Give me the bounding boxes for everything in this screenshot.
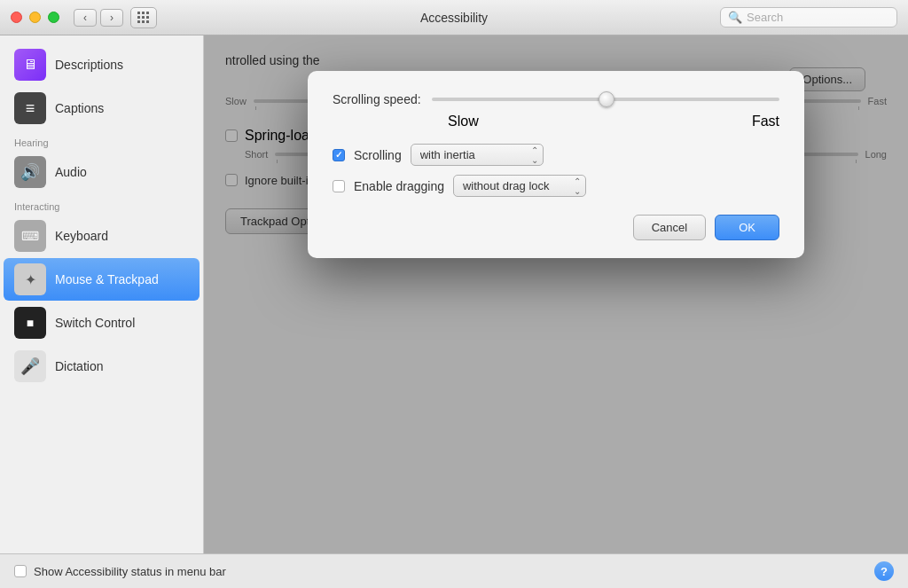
modal-scrolling-select-wrap: with inertia without inertia ⌃⌄ [411,144,544,166]
modal-scrolling-select[interactable]: with inertia without inertia [411,144,544,166]
close-button[interactable] [11,12,22,23]
sidebar-item-descriptions[interactable]: 🖥 Descriptions [4,43,200,86]
modal-scrolling-checkbox[interactable] [333,149,345,161]
sidebar: 🖥 Descriptions ≡ Captions Hearing 🔊 Audi… [0,35,204,553]
modal-overlay: Scrolling speed: Slow Fast Scrolling wit [204,35,908,553]
sidebar-item-label: Audio [55,165,87,179]
dictation-icon: 🎤 [14,350,46,382]
show-accessibility-row: Show Accessibility status in menu bar [14,565,226,578]
sidebar-item-mouse-trackpad[interactable]: ✦ Mouse & Trackpad [4,258,200,301]
modal-ok-button[interactable]: OK [715,215,779,240]
mouse-trackpad-icon: ✦ [14,263,46,295]
search-input[interactable] [747,11,889,24]
modal-cancel-button[interactable]: Cancel [633,215,706,240]
modal-speed-label: Scrolling speed: [333,92,421,106]
modal-scrolling-row: Scrolling with inertia without inertia ⌃… [333,144,779,166]
sidebar-item-label: Mouse & Trackpad [55,272,159,286]
window-title: Accessibility [420,11,488,25]
traffic-lights [11,12,59,23]
keyboard-icon: ⌨ [14,220,46,252]
sidebar-item-switch-control[interactable]: ■ Switch Control [4,302,200,344]
section-hearing-label: Hearing [0,130,203,150]
bottom-bar: Show Accessibility status in menu bar ? [0,553,908,588]
main-content: 🖥 Descriptions ≡ Captions Hearing 🔊 Audi… [0,35,908,553]
modal-dragging-select[interactable]: without drag lock with drag lock three f… [453,175,586,197]
modal-dragging-label: Enable dragging [354,179,444,193]
modal-dragging-row: Enable dragging without drag lock with d… [333,175,779,197]
show-accessibility-checkbox[interactable] [14,565,27,577]
sidebar-item-keyboard[interactable]: ⌨ Keyboard [4,215,200,257]
captions-icon: ≡ [14,92,46,124]
modal-speed-slider[interactable] [432,98,779,101]
sidebar-item-dictation[interactable]: 🎤 Dictation [4,345,200,388]
switch-control-icon: ■ [14,307,46,339]
grid-view-button[interactable] [130,7,157,28]
search-icon: 🔍 [728,11,742,24]
descriptions-icon: 🖥 [14,49,46,81]
back-button[interactable]: ‹ [74,9,97,27]
nav-buttons: ‹ › [74,9,123,27]
modal-speed-row: Scrolling speed: [333,92,779,106]
sidebar-item-label: Dictation [55,359,103,373]
help-button[interactable]: ? [874,561,894,581]
modal-scrolling-label: Scrolling [354,148,402,162]
sidebar-item-audio[interactable]: 🔊 Audio [4,151,200,193]
section-interacting-label: Interacting [0,194,203,214]
modal-slow-label: Slow [448,114,479,129]
audio-icon: 🔊 [14,156,46,188]
search-box[interactable]: 🔍 [720,7,897,27]
modal-dragging-select-wrap: without drag lock with drag lock three f… [453,175,586,197]
sidebar-item-captions[interactable]: ≡ Captions [4,87,200,129]
modal-speed-labels: Slow Fast [333,114,779,129]
titlebar: ‹ › Accessibility 🔍 [0,0,908,35]
sidebar-item-label: Descriptions [55,58,123,72]
minimize-button[interactable] [29,12,41,23]
sidebar-item-label: Switch Control [55,316,135,330]
modal-fast-label: Fast [752,114,779,129]
show-accessibility-label: Show Accessibility status in menu bar [34,565,226,578]
right-panel: ntrolled using the Options... Slow Fast [204,35,908,553]
sidebar-item-label: Keyboard [55,229,108,243]
forward-button[interactable]: › [100,9,123,27]
modal-buttons: Cancel OK [333,215,779,240]
grid-icon [137,12,150,24]
maximize-button[interactable] [48,12,59,23]
modal-dragging-checkbox[interactable] [333,180,345,192]
modal-dialog: Scrolling speed: Slow Fast Scrolling wit [308,71,804,258]
sidebar-item-label: Captions [55,101,104,115]
